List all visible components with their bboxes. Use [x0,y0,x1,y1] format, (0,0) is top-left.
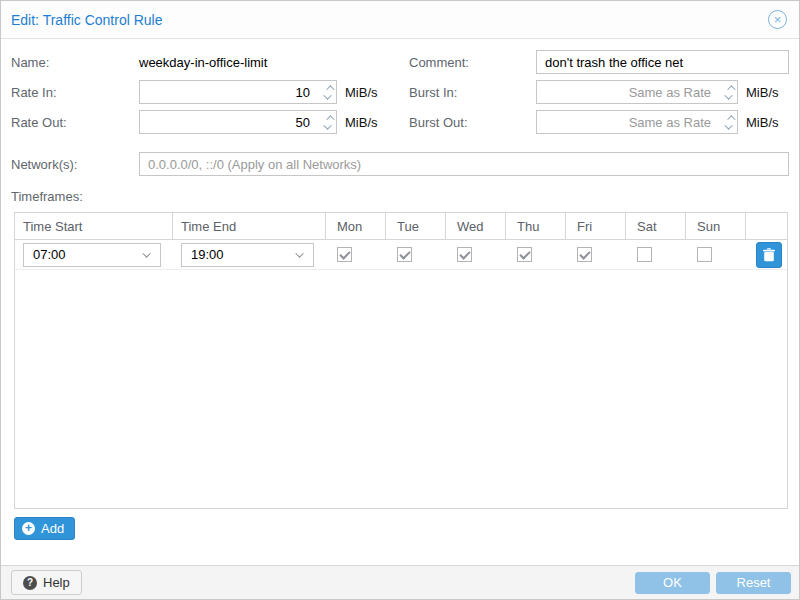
trash-icon [762,248,776,262]
column-header-sun: Sun [686,213,746,239]
rate-out-spinner[interactable] [326,110,332,134]
burst-in-field[interactable] [536,80,738,104]
burst-out-unit: MiB/s [746,115,779,130]
time-end-cell: 19:00 [173,243,326,267]
name-value: weekday-in-office-limit [139,55,267,70]
day-checkbox-sun[interactable] [697,247,712,262]
comment-label: Comment: [409,55,536,70]
column-header-thu: Thu [506,213,566,239]
day-checkbox-mon[interactable] [337,247,352,262]
dialog-title: Edit: Traffic Control Rule [11,12,768,28]
delete-row-button[interactable] [756,242,782,268]
dialog-body: Name: weekday-in-office-limit Comment: R… [1,39,799,540]
networks-input[interactable] [139,152,789,176]
dialog-footer: ? Help OK Reset [1,565,799,599]
add-button-label: Add [41,521,64,536]
day-checkbox-fri[interactable] [577,247,592,262]
timeframes-table: Time Start Time End Mon Tue Wed Thu Fri … [14,212,788,509]
close-icon[interactable]: × [768,10,787,29]
column-header-wed: Wed [446,213,506,239]
form-row-networks: Network(s): [11,149,789,179]
plus-circle-icon: + [22,522,35,535]
column-header-tue: Tue [386,213,446,239]
help-button-label: Help [43,575,70,590]
time-start-combo[interactable]: 07:00 [23,243,161,267]
column-header-fri: Fri [566,213,626,239]
burst-out-spinner[interactable] [727,110,733,134]
rate-in-spinner[interactable] [326,80,332,104]
row-actions-cell [746,242,787,268]
rate-out-field[interactable] [139,110,337,134]
networks-label: Network(s): [11,157,139,172]
timeframes-empty-area [15,270,787,508]
question-circle-icon: ? [23,576,37,590]
time-end-value: 19:00 [191,247,298,262]
burst-in-spinner[interactable] [727,80,733,104]
rate-in-unit: MiB/s [345,85,378,100]
rate-in-label: Rate In: [11,85,139,100]
burst-out-label: Burst Out: [409,115,536,130]
burst-out-input[interactable] [536,110,738,134]
comment-input[interactable] [536,50,789,74]
dialog-titlebar: Edit: Traffic Control Rule × [1,1,799,39]
burst-in-label: Burst In: [409,85,536,100]
help-button[interactable]: ? Help [11,570,82,595]
column-header-mon: Mon [326,213,386,239]
timeframes-label: Timeframes: [11,189,789,204]
add-button[interactable]: + Add [14,517,75,540]
form-row-rate-out-burst-out: Rate Out: MiB/s Burst Out: [11,107,789,137]
day-checkbox-thu[interactable] [517,247,532,262]
column-header-time-end: Time End [173,213,326,239]
time-start-value: 07:00 [33,247,145,262]
column-header-time-start: Time Start [15,213,173,239]
rate-out-input[interactable] [139,110,337,134]
time-end-combo[interactable]: 19:00 [181,243,314,267]
burst-in-unit: MiB/s [746,85,779,100]
time-start-cell: 07:00 [15,243,173,267]
burst-out-field[interactable] [536,110,738,134]
column-header-actions [746,213,787,239]
traffic-control-rule-dialog: Edit: Traffic Control Rule × Name: weekd… [0,0,800,600]
day-checkbox-tue[interactable] [397,247,412,262]
rate-in-input[interactable] [139,80,337,104]
burst-in-input[interactable] [536,80,738,104]
form-row-rate-in-burst-in: Rate In: MiB/s Burst In: [11,77,789,107]
rate-out-unit: MiB/s [345,115,378,130]
form-row-name-comment: Name: weekday-in-office-limit Comment: [11,47,789,77]
rate-in-field[interactable] [139,80,337,104]
reset-button[interactable]: Reset [716,572,791,594]
ok-button[interactable]: OK [635,572,710,594]
day-checkbox-wed[interactable] [457,247,472,262]
day-checkbox-sat[interactable] [637,247,652,262]
name-label: Name: [11,55,139,70]
timeframe-row: 07:00 19:00 [15,240,787,270]
timeframes-header-row: Time Start Time End Mon Tue Wed Thu Fri … [15,213,787,240]
rate-out-label: Rate Out: [11,115,139,130]
column-header-sat: Sat [626,213,686,239]
